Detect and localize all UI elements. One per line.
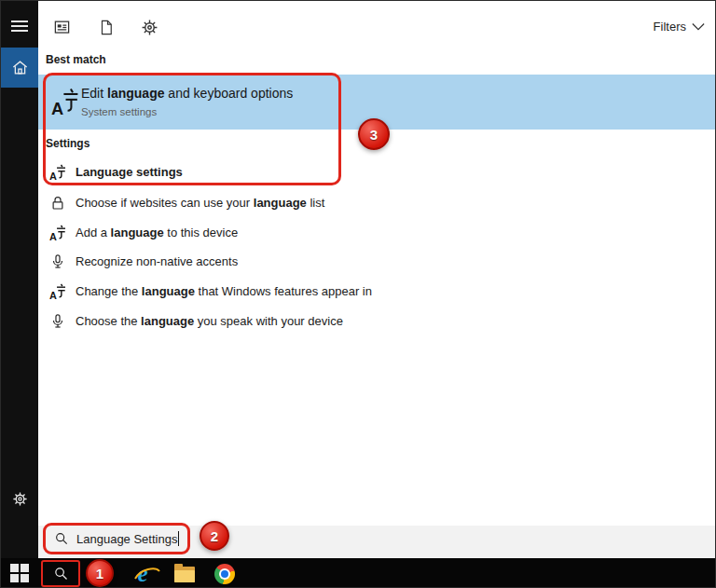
microphone-icon [49, 313, 66, 330]
best-match-subtitle: System settings [81, 106, 157, 117]
result-label: Language settings [76, 165, 183, 179]
text-caret [178, 531, 179, 546]
ie-orbit [133, 567, 161, 581]
result-change-display-language[interactable]: A Change the language that Windows featu… [38, 278, 716, 306]
language-icon: A [49, 225, 66, 241]
lock-icon [49, 195, 66, 212]
best-match-header: Best match [46, 53, 106, 66]
chevron-down-icon [692, 22, 705, 32]
settings-header: Settings [46, 137, 90, 150]
result-label: Choose if websites can use your language… [76, 196, 324, 210]
search-input[interactable]: Language Settings [43, 523, 190, 554]
search-bar-strip: Language Settings 2 [38, 526, 716, 558]
home-icon [11, 59, 29, 76]
language-icon: A [51, 88, 79, 116]
sidebar-item-home[interactable] [1, 48, 38, 88]
internet-explorer-icon[interactable]: e [131, 563, 154, 585]
search-input-value: Language Settings [76, 532, 177, 546]
result-label: Change the language that Windows feature… [76, 284, 372, 298]
result-language-settings[interactable]: A Language settings [38, 158, 716, 186]
result-label: Add a language to this device [76, 226, 238, 239]
result-label: Choose the language you speak with your … [76, 314, 343, 328]
file-explorer-icon[interactable] [173, 563, 196, 585]
settings-filter-icon[interactable] [141, 19, 158, 36]
filters-dropdown[interactable]: Filters [654, 20, 705, 34]
best-match-title: Edit language and keyboard options [81, 86, 293, 101]
chrome-icon[interactable] [213, 563, 236, 585]
gear-icon [12, 491, 28, 507]
start-button[interactable] [10, 564, 29, 582]
search-top-bar: Filters [38, 1, 716, 53]
filters-label: Filters [654, 20, 686, 34]
annotation-badge-2: 2 [200, 521, 229, 551]
svg-text:A: A [49, 231, 57, 241]
result-label: Recognize non-native accents [76, 254, 238, 268]
annotation-badge-1: 1 [86, 559, 114, 587]
apps-filter-icon[interactable] [53, 19, 71, 36]
search-sidebar [1, 1, 38, 558]
result-websites-language-list[interactable]: Choose if websites can use your language… [38, 189, 716, 217]
svg-text:A: A [49, 171, 57, 181]
result-recognize-accents[interactable]: Recognize non-native accents [38, 248, 716, 276]
result-speech-language[interactable]: Choose the language you speak with your … [38, 308, 716, 335]
taskbar-search-button[interactable] [41, 560, 80, 587]
windows-search-flyout: Filters Best match A [0, 0, 716, 588]
hamburger-menu-button[interactable] [11, 21, 28, 34]
language-icon: A [49, 283, 66, 300]
result-add-language[interactable]: A Add a language to this device [38, 219, 716, 247]
search-icon [54, 531, 69, 546]
microphone-icon [49, 253, 66, 270]
filter-icon-group [53, 19, 158, 36]
search-icon [53, 566, 69, 581]
language-icon: A [49, 164, 66, 181]
documents-filter-icon[interactable] [97, 19, 115, 36]
svg-text:A: A [51, 100, 63, 116]
sidebar-item-settings[interactable] [1, 485, 38, 513]
svg-text:A: A [49, 290, 57, 300]
annotation-badge-3: 3 [358, 118, 390, 150]
